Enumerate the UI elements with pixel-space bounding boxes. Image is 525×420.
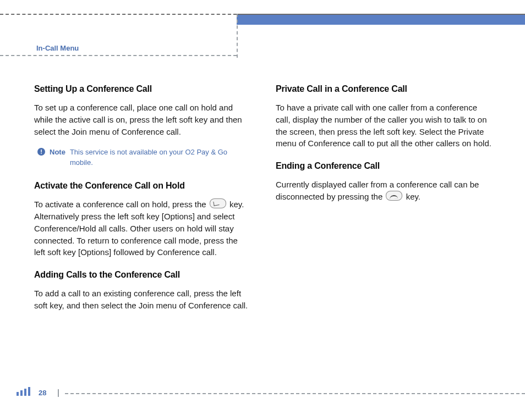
note-icon: ! [37,148,45,156]
footer-signal-icon [17,387,30,396]
note-text: This service is not available on your O2… [70,147,250,168]
text-fragment: key. [406,192,420,201]
para-setting-up: To set up a conference call, place one c… [34,102,250,137]
footer-tick [58,389,59,397]
manual-page: In-Call Menu Setting Up a Conference Cal… [0,0,525,420]
note-label: Note [50,147,65,158]
page-footer: 28 [0,385,525,398]
para-ending-call: Currently displayed caller from a confer… [276,179,492,203]
send-key-icon [210,198,226,208]
page-number: 28 [39,389,46,397]
header-divider-vertical [237,14,238,58]
header-dash-left [0,14,237,15]
footer-dash [65,393,525,394]
note-block: ! Note This service is not available on … [37,147,250,168]
para-adding-calls: To add a call to an existing conference … [34,288,250,312]
para-activate-hold: To activate a conference call on hold, p… [34,198,250,258]
heading-adding-calls: Adding Calls to the Conference Call [34,268,250,281]
section-title: In-Call Menu [36,44,79,52]
right-column: Private Call in a Conference Call To hav… [276,82,492,322]
heading-ending-call: Ending a Conference Call [276,159,492,172]
heading-activate-hold: Activate the Conference Call on Hold [34,179,250,192]
heading-setting-up: Setting Up a Conference Call [34,82,250,95]
para-private-call: To have a private call with one caller f… [276,102,492,150]
text-fragment: To activate a conference call on hold, p… [34,200,209,209]
header-divider-horizontal [0,55,237,56]
text-fragment: Currently displayed caller from a confer… [276,180,479,201]
end-key-icon [386,191,402,201]
left-column: Setting Up a Conference Call To set up a… [34,82,250,322]
heading-private-call: Private Call in a Conference Call [276,82,492,95]
content-columns: Setting Up a Conference Call To set up a… [34,82,492,322]
header-blue-bar [237,15,525,25]
